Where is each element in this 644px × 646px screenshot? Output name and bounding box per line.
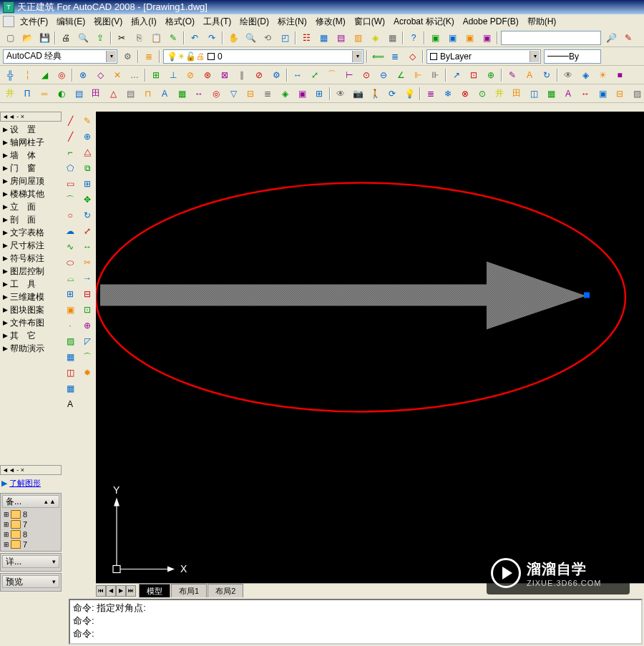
layer-manager-button[interactable]: ≣	[141, 49, 157, 64]
sidebar-item-13[interactable]: ▶三维建模	[1, 290, 60, 303]
wall-tool-button[interactable]: 田	[509, 86, 525, 102]
folder-row-3[interactable]: ⊞7	[2, 539, 59, 549]
open-button[interactable]: 📂	[19, 30, 35, 46]
tab-layout1[interactable]: 布局1	[171, 584, 207, 598]
sidebar-item-16[interactable]: ▶其 它	[1, 329, 60, 342]
window-button[interactable]: ▤	[71, 86, 87, 102]
zoom-window-button[interactable]: ◰	[277, 30, 293, 46]
3dmodel-button[interactable]: ◈	[277, 86, 293, 102]
sidebar-item-11[interactable]: ▶图层控制	[1, 265, 60, 278]
roof-button[interactable]: △	[105, 86, 121, 102]
label-tool-button[interactable]: A	[560, 86, 576, 102]
snap-int-button[interactable]: ✕	[109, 67, 125, 83]
offset-button[interactable]: ⧉	[80, 161, 94, 175]
tab-last-button[interactable]: ⏭	[126, 585, 136, 597]
snap-set-button[interactable]: ⚙	[268, 67, 284, 83]
camera-button[interactable]: 📷	[350, 86, 366, 102]
dim-dia-button[interactable]: ⊖	[376, 67, 391, 83]
chamfer-button[interactable]: ◸	[80, 334, 94, 348]
snap-center-button[interactable]: ◎	[54, 67, 69, 83]
preview-button[interactable]: 🔍	[75, 30, 91, 46]
toolpalette-button[interactable]: ▤	[333, 30, 348, 46]
rect-button[interactable]: ▭	[63, 177, 77, 191]
undo-button[interactable]: ↶	[187, 30, 203, 46]
elevation-btn[interactable]: ▣	[595, 86, 610, 102]
xref-button[interactable]: ▣	[462, 30, 477, 46]
explode-button[interactable]: ✸	[80, 366, 94, 380]
layers-button[interactable]: ≣	[423, 86, 439, 102]
ellipsearc-button[interactable]: ⌓	[63, 271, 77, 285]
menu-help[interactable]: 帮助(H)	[523, 14, 561, 29]
dim-tool-button[interactable]: ↔	[577, 86, 593, 102]
snap-mid-button[interactable]: ◢	[36, 67, 52, 83]
snap-node-button[interactable]: ⊗	[75, 67, 91, 83]
linetype-combo[interactable]: By	[544, 49, 601, 64]
polygon-button[interactable]: ⬠	[63, 161, 77, 175]
door-button[interactable]: ◐	[54, 86, 69, 102]
menu-pdf[interactable]: Adobe PDF(B)	[459, 15, 523, 28]
gradient-button[interactable]: ▦	[63, 350, 77, 364]
menu-edit[interactable]: 编辑(E)	[52, 14, 89, 29]
sidebar-item-1[interactable]: ▶轴网柱子	[1, 136, 60, 149]
calc-button[interactable]: ▦	[384, 30, 400, 46]
snap-ins-button[interactable]: ⊞	[148, 67, 164, 83]
help-button[interactable]: ?	[406, 30, 421, 46]
menu-acrobat[interactable]: Acrobat 标记(K)	[389, 14, 459, 29]
snap-near-button[interactable]: ⊛	[200, 67, 215, 83]
light-button[interactable]: 💡	[401, 86, 417, 102]
tol-button[interactable]: ⊡	[466, 67, 482, 83]
layer-state-button[interactable]: ≣	[387, 49, 403, 64]
revcloud-button[interactable]: ☁	[63, 224, 77, 238]
insert-button[interactable]: ⊞	[63, 287, 77, 301]
dimupdate-button[interactable]: ↻	[539, 67, 555, 83]
layer-prev-button[interactable]: ⟸	[370, 49, 386, 64]
arc-button[interactable]: ⌒	[63, 192, 77, 207]
sidebar-item-9[interactable]: ▶尺寸标注	[1, 239, 60, 252]
folder-row-2[interactable]: ⊞8	[2, 529, 59, 539]
room-button[interactable]: 田	[88, 86, 104, 102]
menu-view[interactable]: 视图(V)	[89, 14, 127, 29]
elev-button[interactable]: ▽	[225, 86, 241, 102]
print-button[interactable]: 🖨	[58, 30, 74, 46]
dim-cont-button[interactable]: ⊪	[427, 67, 443, 83]
snap-quad-button[interactable]: ◇	[92, 67, 108, 83]
array-button[interactable]: ⊞	[80, 177, 94, 191]
color-combo[interactable]: ByLayer ▾	[426, 49, 541, 64]
workspace-settings-button[interactable]: ⚙	[119, 49, 135, 64]
folder-row-1[interactable]: ⊞7	[2, 519, 59, 529]
wall-button[interactable]: ═	[36, 86, 52, 102]
snap-par-button[interactable]: ∥	[234, 67, 250, 83]
mirror-button[interactable]: ⧋	[80, 145, 94, 160]
tab-layout2[interactable]: 布局2	[208, 584, 243, 598]
sidebar-item-8[interactable]: ▶文字表格	[1, 226, 60, 239]
markup-button[interactable]: ◈	[367, 30, 383, 46]
snap-none-button[interactable]: ⊘	[251, 67, 267, 83]
dim-ang-button[interactable]: ∠	[393, 67, 409, 83]
stretch-button[interactable]: ↔	[80, 240, 94, 254]
xline-button[interactable]: ╱	[63, 129, 77, 144]
visual-button[interactable]: 👁	[333, 86, 348, 102]
dim-rad-button[interactable]: ⊙	[358, 67, 374, 83]
join-button[interactable]: ⊕	[80, 318, 94, 333]
spline-button[interactable]: ∿	[63, 240, 77, 254]
layeron-button[interactable]: ⊙	[474, 86, 490, 102]
opening-tool-button[interactable]: ◫	[526, 86, 542, 102]
hatch-btn[interactable]: ▨	[629, 86, 644, 102]
orbit-button[interactable]: ⟳	[384, 86, 400, 102]
extend-button[interactable]: →	[80, 271, 94, 285]
axis-button[interactable]: 井	[2, 86, 18, 102]
workspace-combo[interactable]: AutoCAD 经典 ▾	[3, 49, 117, 64]
menu-file[interactable]: 文件(F)	[16, 14, 52, 29]
tab-model[interactable]: 模型	[139, 584, 170, 598]
tab-prev-button[interactable]: ◀	[106, 585, 116, 597]
layeroff-button[interactable]: ⊗	[457, 86, 473, 102]
cut-button[interactable]: ✂	[114, 30, 130, 46]
erase-button[interactable]: ✎	[80, 114, 94, 128]
menu-tools[interactable]: 工具(T)	[199, 14, 235, 29]
leader-button[interactable]: ↗	[449, 67, 464, 83]
new-button[interactable]: ▢	[2, 30, 18, 46]
save-button[interactable]: 💾	[36, 30, 52, 46]
walk-button[interactable]: 🚶	[367, 86, 383, 102]
zoom-prev-button[interactable]: ⟲	[260, 30, 275, 46]
table-button[interactable]: ▦	[174, 86, 190, 102]
